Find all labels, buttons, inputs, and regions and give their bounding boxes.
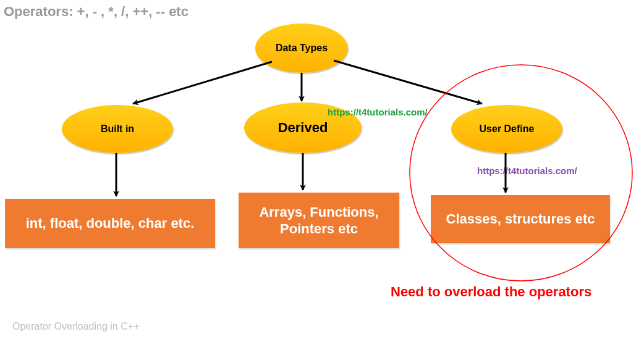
footer-caption: Operator Overloading in C++ (12, 321, 139, 332)
svg-line-2 (334, 60, 482, 104)
watermark-green: https://t4tutorials.com/ (328, 107, 428, 117)
node-builtin-label: Built in (101, 123, 134, 135)
watermark-purple: https://t4tutorials.com/ (477, 165, 577, 176)
node-derived-label: Derived (278, 120, 328, 136)
node-userdefine-label: User Define (480, 123, 535, 135)
box-builtin-text: int, float, double, char etc. (26, 215, 195, 231)
operators-heading: Operators: +, - , *, /, ++, -- etc (4, 4, 189, 20)
svg-line-0 (133, 62, 272, 104)
node-builtin: Built in (62, 105, 173, 153)
callout-overload: Need to overload the operators (391, 284, 591, 300)
node-data-types: Data Types (255, 23, 348, 73)
box-userdefine-examples: Classes, structures etc (431, 195, 610, 243)
node-data-types-label: Data Types (276, 43, 328, 54)
box-builtin-examples: int, float, double, char etc. (5, 199, 215, 248)
box-userdefine-text: Classes, structures etc (446, 211, 595, 227)
box-derived-text: Arrays, Functions, Pointers etc (245, 204, 393, 238)
box-derived-examples: Arrays, Functions, Pointers etc (239, 193, 399, 248)
node-userdefine: User Define (451, 105, 562, 153)
